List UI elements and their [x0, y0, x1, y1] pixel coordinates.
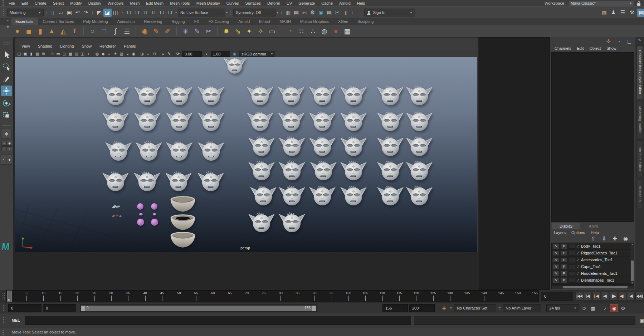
point-light-icon[interactable]: ✹	[221, 26, 231, 36]
particles-icon[interactable]: ∷	[296, 26, 307, 36]
layer-color-swatch[interactable]	[569, 251, 575, 255]
helpline-grip[interactable]	[1, 330, 4, 335]
layer-visibility-toggle[interactable]: V	[553, 264, 560, 269]
sidebar-tab-modeling-toolkit[interactable]: Modeling Toolkit	[636, 101, 643, 138]
blendshape-head-mesh[interactable]	[249, 184, 277, 206]
select-camera-icon[interactable]: ▢	[16, 51, 22, 57]
make-live-icon[interactable]: ⊔	[166, 9, 174, 17]
blendshape-head-mesh[interactable]	[405, 159, 433, 181]
playblast-icon[interactable]: ▦	[589, 305, 596, 312]
save-scene-icon[interactable]: ▣	[65, 9, 73, 17]
shelf-menu-icon[interactable]: ▾	[7, 19, 9, 22]
blendshape-head-mesh[interactable]	[104, 139, 132, 162]
menu-file[interactable]: File	[5, 1, 18, 6]
playback-loop-icon[interactable]: ⟳	[581, 305, 588, 312]
current-time-marker[interactable]: 0	[7, 291, 12, 302]
eye-mesh[interactable]	[139, 213, 143, 215]
poly-plane-icon[interactable]: ◭	[58, 26, 68, 36]
menu-edit[interactable]: Edit	[574, 46, 586, 51]
shelf-tab-essentials[interactable]: Essentials	[11, 18, 38, 25]
symmetry-field[interactable]: Symmetry: Off	[233, 9, 275, 16]
blendshape-head-mesh[interactable]	[309, 159, 337, 181]
layer-row[interactable]: VP∕Cape_Tac1	[552, 263, 634, 270]
command-language-toggle[interactable]: MEL	[10, 318, 22, 322]
nurbs-circle-icon[interactable]: ○	[87, 26, 98, 36]
layer-playback-toggle[interactable]: P	[561, 250, 567, 256]
poly-sphere-icon[interactable]: ●	[12, 26, 23, 36]
shelf-tab-bifrost[interactable]: Bifrost	[254, 18, 275, 25]
blendshape-head-mesh[interactable]	[248, 134, 275, 157]
eye-mesh[interactable]	[153, 213, 156, 215]
eye-mesh[interactable]	[137, 203, 143, 210]
blendshape-head-mesh[interactable]	[133, 83, 161, 106]
shadows-icon[interactable]: ▨	[118, 51, 125, 57]
blendshape-head-mesh[interactable]	[278, 184, 306, 206]
menu-edit[interactable]: Edit	[18, 1, 31, 6]
new-scene-icon[interactable]: ▯	[49, 9, 57, 17]
hood-mesh[interactable]	[169, 230, 197, 249]
blendshape-head-mesh[interactable]	[165, 139, 193, 162]
snap-projected-center-icon[interactable]: ⊔	[150, 9, 158, 17]
shelf-tab-fx[interactable]: FX	[190, 18, 204, 25]
mesh-fragment[interactable]	[111, 214, 122, 219]
group-divider[interactable]: ⟩	[352, 10, 353, 15]
range-slider[interactable]: 0 156	[80, 305, 317, 312]
blendshape-head-mesh[interactable]	[165, 109, 193, 132]
fps-dropdown[interactable]: 24 fps ▼	[546, 304, 579, 312]
animation-end-field[interactable]: 200	[409, 304, 435, 312]
go-to-start-button[interactable]	[575, 292, 583, 301]
layer-type-icon[interactable]: ∕	[576, 244, 580, 248]
resolution-gate-icon[interactable]: ◻	[61, 51, 67, 57]
instancer-icon[interactable]: ∴	[308, 26, 318, 36]
blendshape-head-mesh[interactable]	[197, 139, 225, 162]
shaded-icon[interactable]: ◆	[100, 51, 106, 57]
new-layer-icon[interactable]: ◉	[621, 235, 630, 243]
group-divider[interactable]: ⟩	[92, 10, 93, 15]
step-back-key-button[interactable]	[592, 292, 600, 301]
hood-mesh[interactable]	[169, 195, 197, 213]
safe-action-icon[interactable]: ◫	[79, 51, 86, 57]
snap-view-plane-icon[interactable]: ⊔	[158, 9, 166, 17]
blendshape-head-mesh[interactable]	[340, 109, 367, 132]
area-light-icon[interactable]: ✧	[255, 26, 266, 36]
step-forward-frame-button[interactable]	[627, 292, 635, 301]
command-input[interactable]	[25, 316, 411, 325]
playback-end-field[interactable]: 156	[382, 304, 408, 312]
menu-deform[interactable]: Deform	[264, 1, 283, 6]
scrollbar-thumb[interactable]	[563, 286, 627, 288]
menu-panels[interactable]: Panels	[120, 43, 140, 49]
layer-visibility-toggle[interactable]: V	[553, 257, 560, 263]
layout-single-pane-button[interactable]: ❖	[1, 129, 12, 139]
ipr-render-icon[interactable]: IPR	[301, 9, 309, 17]
playback-start-field[interactable]: 0	[43, 304, 76, 312]
workspace-dropdown[interactable]: Maya Classic* ▼	[569, 1, 634, 6]
blendshape-head-mesh[interactable]	[246, 109, 274, 132]
layer-playback-toggle[interactable]: P	[561, 271, 567, 276]
menu-create[interactable]: Create	[31, 1, 50, 6]
layout-pane-button[interactable]: +	[7, 146, 12, 151]
blendshape-head-mesh[interactable]	[278, 134, 306, 157]
workspace-lock-icon[interactable]	[636, 1, 641, 6]
shelf-tab-arnold[interactable]: Arnold	[234, 18, 254, 25]
blendshape-head-mesh[interactable]	[308, 184, 336, 206]
play-forward-button[interactable]	[610, 292, 618, 301]
blendshape-head-mesh[interactable]	[197, 169, 225, 192]
blendshape-head-mesh[interactable]	[246, 83, 274, 106]
script-editor-icon[interactable]: ▣	[638, 317, 644, 324]
group-divider[interactable]: ⟩	[122, 10, 123, 15]
blendshape-head-mesh[interactable]	[197, 83, 225, 106]
layer-color-swatch[interactable]	[569, 258, 575, 262]
statusline-grip[interactable]	[3, 9, 6, 16]
multi-cut-icon[interactable]: ☰	[122, 26, 132, 36]
wireframe-icon[interactable]: ◍	[94, 51, 100, 57]
chevron-down-icon[interactable]: ▾	[226, 11, 228, 14]
menu-object[interactable]: Object	[586, 46, 604, 51]
motion-trail-icon[interactable]: ◔	[285, 26, 295, 36]
xray-icon[interactable]: ◎	[139, 51, 145, 57]
menu-surfaces[interactable]: Surfaces	[242, 1, 264, 6]
shelf-tab-mash[interactable]: MASH	[275, 18, 296, 25]
menu-mesh[interactable]: Mesh	[127, 1, 143, 6]
sound-icon[interactable]: ♪	[601, 305, 609, 312]
timeline-grip[interactable]	[2, 292, 5, 300]
empty-layer-icon[interactable]: ✚	[611, 235, 619, 243]
